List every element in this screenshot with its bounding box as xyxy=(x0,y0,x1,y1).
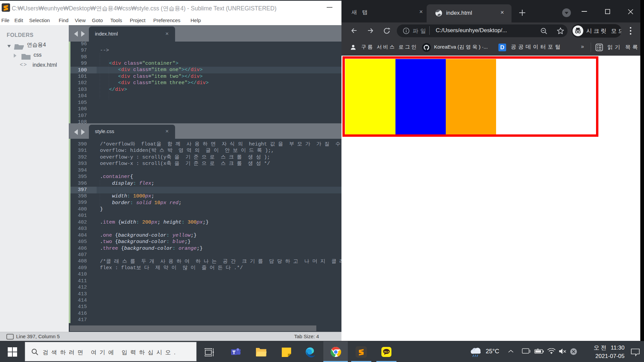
svg-text:TALK: TALK xyxy=(384,351,389,353)
